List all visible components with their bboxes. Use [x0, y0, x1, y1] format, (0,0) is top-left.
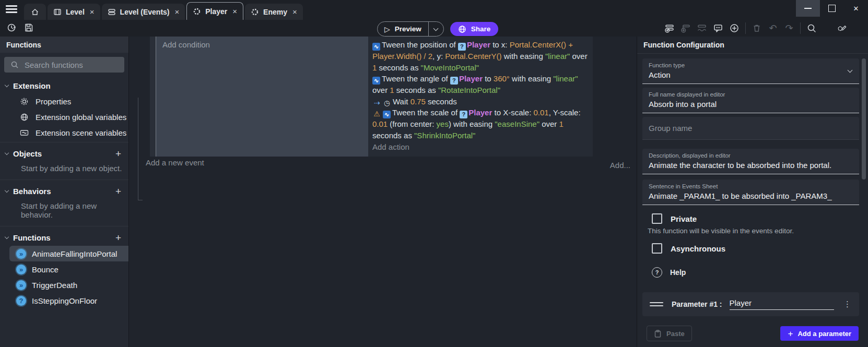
add-comment-icon[interactable]: [713, 23, 723, 33]
event-block[interactable]: Add condition ∿Tween the position of ?Pl…: [150, 37, 593, 157]
action-function-icon: »: [16, 265, 26, 274]
condition-function-icon: ?: [16, 296, 26, 306]
action-text: to: [483, 74, 494, 83]
behaviors-empty-text: Start by adding a new behavior.: [0, 199, 128, 224]
add-function-button[interactable]: +: [115, 233, 121, 243]
title-bar: Level × Level (Events) × Player × Enemy …: [0, 0, 868, 20]
private-checkbox-row[interactable]: Private: [652, 213, 860, 224]
action-text: 360°: [494, 74, 510, 83]
delete-icon[interactable]: [752, 23, 762, 33]
redo-icon[interactable]: ↷: [784, 23, 794, 33]
section-functions[interactable]: Functions +: [0, 228, 128, 246]
private-checkbox[interactable]: [652, 213, 662, 224]
event-action[interactable]: ∿Tween the position of ?Player to x: Por…: [372, 39, 589, 73]
minimize-button[interactable]: [796, 0, 820, 17]
panel-title: Function Configuration: [637, 37, 868, 54]
drag-handle-icon[interactable]: [650, 300, 663, 308]
asynchronous-checkbox[interactable]: [652, 243, 662, 254]
field-value: Animate _PARAM1_ to be absorbed into _PA…: [649, 192, 853, 200]
tab-player[interactable]: Player ×: [186, 2, 243, 20]
tab-enemy[interactable]: Enemy ×: [245, 4, 303, 20]
full-name-field[interactable]: Full name displayed in editor Absorb int…: [642, 88, 859, 113]
sentence-field[interactable]: Sentence in Events Sheet Animate _PARAM1…: [642, 180, 859, 205]
globe-icon: [20, 113, 29, 122]
function-item-issteppingonfloor[interactable]: ? IsSteppingOnFloor: [9, 293, 128, 308]
section-behaviors[interactable]: Behaviors +: [0, 182, 128, 199]
event-action[interactable]: ⚠∿Tween the scale of ?Player to X-scale:…: [372, 107, 589, 141]
add-more-button[interactable]: Add...: [610, 161, 630, 170]
add-other-event-icon[interactable]: [697, 23, 707, 33]
action-text: to x:: [490, 40, 510, 49]
parameter-name-input[interactable]: Player: [730, 298, 834, 310]
add-new-event-button[interactable]: Add a new event: [146, 158, 204, 167]
search-placeholder: Search functions: [25, 61, 83, 69]
search-icon[interactable]: [806, 23, 817, 33]
tab-label: Player: [205, 7, 227, 16]
field-label: Full name displayed in editor: [649, 91, 853, 98]
function-item-triggerdeath[interactable]: » TriggerDeath: [9, 277, 128, 293]
add-condition-button[interactable]: Add condition: [162, 40, 210, 49]
edit-extension-icon[interactable]: [837, 22, 847, 33]
kebab-menu-icon[interactable]: ⋮: [843, 300, 852, 309]
action-text: to X-scale:: [492, 108, 533, 117]
actions-column[interactable]: ∿Tween the position of ?Player to x: Por…: [368, 37, 593, 157]
add-object-button[interactable]: +: [115, 149, 121, 159]
sidebar-item-properties[interactable]: Properties: [0, 93, 128, 109]
action-text: "ShrinkIntoPortal": [414, 131, 475, 140]
add-behavior-button[interactable]: +: [115, 186, 121, 196]
description-field[interactable]: Description, displayed in editor Animate…: [642, 149, 859, 174]
add-action-button[interactable]: Add action: [372, 141, 589, 153]
preview-dropdown-button[interactable]: [428, 22, 443, 36]
private-label: Private: [671, 214, 697, 223]
tab-level-events[interactable]: Level (Events) ×: [102, 4, 185, 20]
help-icon: ?: [652, 267, 662, 278]
paste-button[interactable]: Paste: [647, 326, 692, 341]
preview-button[interactable]: ▷Preview: [377, 21, 444, 37]
close-icon[interactable]: ×: [175, 7, 180, 16]
group-name-field[interactable]: Group name: [642, 117, 859, 140]
add-subevent-icon[interactable]: [681, 23, 691, 33]
add-event-icon[interactable]: [664, 23, 675, 33]
conditions-column[interactable]: Add condition: [156, 37, 368, 157]
history-icon[interactable]: [6, 22, 17, 33]
action-text: 0.01: [372, 119, 388, 128]
maximize-button[interactable]: [820, 0, 844, 17]
action-function-icon: »: [16, 280, 26, 290]
sidebar-item-global-variables[interactable]: Extension global variables: [0, 109, 128, 125]
close-icon[interactable]: ×: [232, 7, 237, 16]
tab-level[interactable]: Level ×: [48, 4, 100, 20]
search-input[interactable]: Search functions: [4, 57, 124, 73]
events-icon: [108, 8, 116, 16]
globe-icon: [458, 25, 466, 33]
menu-icon[interactable]: [6, 5, 17, 14]
tab-home[interactable]: [24, 4, 46, 20]
sidebar-item-scene-variables[interactable]: Extension scene variables: [0, 125, 128, 140]
function-item-bounce[interactable]: » Bounce: [9, 261, 128, 277]
scrollbar-thumb[interactable]: [862, 58, 866, 180]
event-action[interactable]: ⇢◷Wait 0.75 seconds: [372, 96, 589, 107]
chevron-down-icon: [5, 235, 9, 239]
close-window-button[interactable]: ✕: [844, 0, 868, 17]
close-icon[interactable]: ×: [292, 7, 297, 16]
chevron-down-icon: [5, 151, 9, 155]
parameter-card[interactable]: Parameter #1 : Player ⋮: [642, 292, 859, 316]
save-icon[interactable]: [24, 22, 34, 33]
plus-icon: +: [788, 329, 793, 338]
section-extension[interactable]: Extension: [0, 77, 128, 93]
asynchronous-checkbox-row[interactable]: Asynchronous: [652, 243, 860, 254]
chevron-down-icon: [433, 26, 439, 31]
event-action[interactable]: ∿Tween the angle of ?Player to 360° with…: [372, 73, 589, 96]
close-icon[interactable]: ×: [90, 7, 95, 16]
section-objects[interactable]: Objects +: [0, 144, 128, 162]
event-drag-handle[interactable]: [150, 37, 156, 157]
undo-icon[interactable]: ↶: [768, 23, 778, 33]
function-configuration-panel: Function Configuration Function type Act…: [637, 37, 868, 347]
help-button[interactable]: ? Help: [652, 267, 860, 278]
warn-icon: ⚠: [372, 110, 381, 118]
function-type-select[interactable]: Function type Action: [642, 58, 859, 84]
function-item-animatefallingintoportal[interactable]: » AnimateFallingIntoPortal: [9, 246, 128, 261]
chevron-down-icon: [5, 83, 9, 87]
choose-event-icon[interactable]: [729, 23, 740, 33]
share-button[interactable]: Share: [450, 22, 499, 36]
add-parameter-button[interactable]: + Add a parameter: [780, 326, 859, 341]
